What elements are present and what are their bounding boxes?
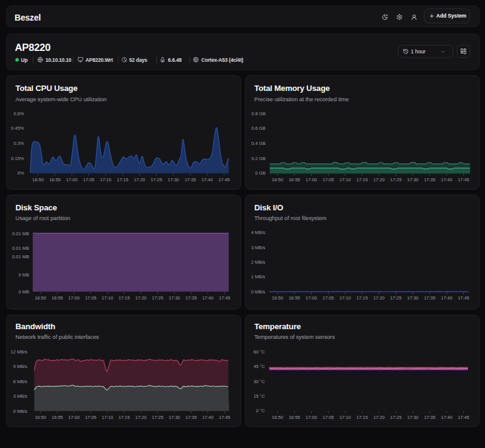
svg-text:6.6.48: 6.6.48	[168, 57, 182, 63]
svg-text:0 MB/s: 0 MB/s	[13, 409, 28, 414]
svg-text:17:35: 17:35	[186, 415, 197, 420]
svg-text:16:55: 16:55	[289, 177, 300, 182]
svg-text:16:50: 16:50	[32, 177, 44, 182]
svg-text:0.6%: 0.6%	[13, 111, 24, 116]
svg-text:3 MB/s: 3 MB/s	[13, 393, 28, 399]
svg-text:17:25: 17:25	[390, 177, 402, 182]
svg-text:17:35: 17:35	[184, 177, 196, 182]
svg-text:17:00: 17:00	[306, 177, 317, 182]
svg-text:17:15: 17:15	[118, 415, 130, 420]
svg-text:Disk I/O: Disk I/O	[255, 203, 284, 212]
svg-text:17:35: 17:35	[424, 415, 435, 420]
svg-text:17:35: 17:35	[424, 177, 435, 182]
svg-text:17:00: 17:00	[66, 177, 78, 182]
svg-text:17:45: 17:45	[458, 415, 469, 420]
svg-text:Up: Up	[21, 57, 28, 63]
svg-text:0 °C: 0 °C	[256, 408, 265, 413]
svg-text:Average system-wide CPU utiliz: Average system-wide CPU utilization	[16, 96, 107, 102]
svg-text:1 MB/s: 1 MB/s	[251, 274, 266, 279]
svg-text:60 °C: 60 °C	[253, 349, 265, 355]
svg-text:17:45: 17:45	[218, 177, 230, 182]
svg-text:30 °C: 30 °C	[253, 379, 265, 384]
svg-text:4 MB/s: 4 MB/s	[251, 230, 266, 235]
svg-text:0.15%: 0.15%	[11, 156, 24, 161]
svg-text:16:55: 16:55	[289, 295, 300, 301]
svg-text:Cortex-A53 (4c/4t): Cortex-A53 (4c/4t)	[201, 57, 244, 63]
svg-text:17:20: 17:20	[135, 415, 147, 420]
svg-text:17:25: 17:25	[390, 415, 402, 420]
svg-text:6 MB/s: 6 MB/s	[13, 379, 28, 384]
svg-text:17:10: 17:10	[340, 177, 351, 182]
svg-text:17:20: 17:20	[373, 295, 385, 301]
svg-text:0.45%: 0.45%	[11, 125, 24, 131]
svg-text:17:30: 17:30	[168, 177, 179, 182]
svg-text:17:40: 17:40	[202, 415, 213, 420]
svg-text:17:05: 17:05	[323, 295, 334, 301]
svg-text:16:55: 16:55	[52, 415, 63, 420]
svg-text:Precise utilization at the rec: Precise utilization at the recorded time	[255, 96, 349, 102]
svg-text:0 MB/s: 0 MB/s	[251, 289, 266, 295]
svg-text:AP8220: AP8220	[15, 42, 51, 53]
svg-text:17:40: 17:40	[441, 295, 452, 301]
svg-text:12 MB/s: 12 MB/s	[10, 349, 27, 355]
svg-text:16:50: 16:50	[35, 295, 46, 301]
svg-text:17:05: 17:05	[85, 415, 96, 420]
svg-text:17:00: 17:00	[69, 295, 80, 301]
svg-text:52 days: 52 days	[129, 57, 147, 63]
svg-text:0.8 GB: 0.8 GB	[252, 111, 266, 116]
svg-text:17:00: 17:00	[69, 415, 80, 420]
svg-text:17:45: 17:45	[219, 415, 230, 420]
svg-text:17:20: 17:20	[135, 295, 147, 301]
svg-text:0.01 MB: 0.01 MB	[12, 246, 29, 251]
svg-text:16:55: 16:55	[289, 415, 300, 420]
svg-text:17:10: 17:10	[102, 295, 113, 301]
svg-text:Add System: Add System	[436, 13, 467, 19]
svg-text:16:55: 16:55	[49, 177, 61, 182]
svg-text:Throughput of root filesystem: Throughput of root filesystem	[255, 215, 327, 221]
svg-text:45 °C: 45 °C	[253, 364, 265, 369]
svg-text:17:25: 17:25	[152, 415, 164, 420]
svg-text:17:15: 17:15	[356, 415, 368, 420]
svg-text:17:10: 17:10	[340, 295, 351, 301]
svg-text:3 MB/s: 3 MB/s	[251, 245, 266, 250]
svg-text:0.6 GB: 0.6 GB	[252, 125, 266, 131]
svg-text:17:20: 17:20	[373, 415, 385, 420]
svg-text:Temperatures of system sensors: Temperatures of system sensors	[255, 334, 335, 340]
svg-text:Total Memory Usage: Total Memory Usage	[255, 84, 330, 93]
svg-text:17:10: 17:10	[340, 415, 351, 420]
svg-text:AP8220.Wrt: AP8220.Wrt	[85, 57, 113, 63]
svg-text:17:25: 17:25	[151, 177, 162, 182]
svg-text:17:25: 17:25	[390, 295, 402, 301]
svg-text:17:15: 17:15	[118, 295, 130, 301]
svg-text:0.4 GB: 0.4 GB	[252, 141, 266, 146]
svg-text:1 hour: 1 hour	[411, 48, 426, 55]
svg-text:17:00: 17:00	[306, 415, 317, 420]
svg-text:Network traffic of public inte: Network traffic of public interfaces	[16, 334, 99, 340]
svg-text:10.10.10.10: 10.10.10.10	[45, 57, 72, 63]
svg-text:16:50: 16:50	[35, 415, 46, 420]
svg-text:17:05: 17:05	[85, 295, 96, 301]
svg-text:0.01 MB: 0.01 MB	[12, 231, 29, 236]
svg-text:17:30: 17:30	[407, 415, 419, 420]
svg-text:17:05: 17:05	[83, 177, 95, 182]
svg-text:16:55: 16:55	[52, 295, 63, 301]
svg-text:17:40: 17:40	[201, 177, 213, 182]
svg-text:16:50: 16:50	[272, 295, 283, 301]
svg-text:Total CPU Usage: Total CPU Usage	[16, 84, 78, 93]
svg-text:Temperature: Temperature	[255, 322, 301, 331]
svg-text:Usage of root partition: Usage of root partition	[16, 215, 70, 221]
svg-text:17:20: 17:20	[134, 177, 146, 182]
svg-text:Bandwidth: Bandwidth	[16, 322, 56, 331]
svg-text:17:40: 17:40	[202, 295, 213, 301]
svg-text:17:35: 17:35	[424, 295, 435, 301]
svg-text:0 MB: 0 MB	[18, 289, 29, 295]
svg-text:17:35: 17:35	[186, 295, 197, 301]
svg-text:17:45: 17:45	[458, 177, 469, 182]
svg-text:0.3%: 0.3%	[13, 141, 24, 146]
svg-text:16:50: 16:50	[272, 415, 283, 420]
svg-text:0.2 GB: 0.2 GB	[252, 156, 266, 161]
svg-text:17:30: 17:30	[407, 295, 419, 301]
svg-text:15 °C: 15 °C	[253, 393, 265, 399]
svg-text:17:05: 17:05	[323, 177, 334, 182]
svg-text:17:00: 17:00	[306, 295, 317, 301]
